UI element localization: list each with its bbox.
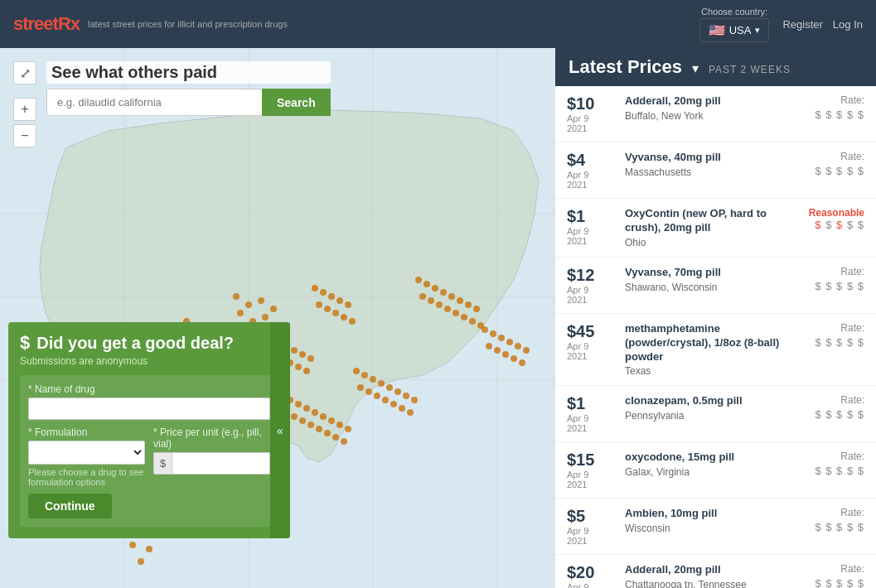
price-list-item[interactable]: $20 Apr 92021 Adderall, 20mg pill Chatta… — [555, 555, 876, 588]
map-dot[interactable] — [523, 347, 530, 354]
map-dot[interactable] — [486, 343, 492, 349]
map-dot[interactable] — [386, 384, 393, 391]
map-dot[interactable] — [457, 297, 463, 304]
map-dot[interactable] — [291, 413, 298, 420]
map-dot[interactable] — [349, 318, 356, 325]
zoom-out-button[interactable]: − — [13, 124, 36, 147]
price-list-item[interactable]: $45 Apr 92021 methamphetamine (powder/cr… — [555, 314, 876, 387]
map-dot[interactable] — [146, 546, 152, 552]
map-dot[interactable] — [357, 384, 364, 391]
map-dot[interactable] — [138, 558, 144, 565]
map-dot[interactable] — [262, 314, 269, 321]
map-dot[interactable] — [245, 301, 252, 308]
map-dot[interactable] — [399, 405, 405, 412]
map-dot[interactable] — [469, 318, 476, 325]
price-list-item[interactable]: $10 Apr 92021 Adderall, 20mg pill Buffal… — [555, 86, 876, 142]
map-dot[interactable] — [328, 293, 335, 300]
map-dot[interactable] — [299, 351, 306, 358]
login-link[interactable]: Log In — [833, 18, 863, 31]
map-dot[interactable] — [494, 347, 501, 354]
map-dot[interactable] — [465, 301, 472, 308]
map-dot[interactable] — [432, 285, 438, 292]
search-input[interactable] — [46, 89, 262, 116]
map-dot[interactable] — [436, 301, 443, 308]
map-dot[interactable] — [332, 434, 339, 441]
map-dot[interactable] — [316, 301, 322, 308]
map-dot[interactable] — [345, 426, 351, 432]
map-dot[interactable] — [324, 306, 331, 312]
map-dot[interactable] — [374, 393, 380, 399]
register-link[interactable]: Register — [782, 18, 822, 31]
map-dot[interactable] — [336, 422, 343, 428]
map-dot[interactable] — [482, 326, 488, 333]
map-dot[interactable] — [299, 417, 306, 424]
map-dot[interactable] — [312, 409, 318, 416]
map-dot[interactable] — [378, 380, 385, 387]
map-dot[interactable] — [502, 351, 509, 358]
map-dot[interactable] — [490, 330, 496, 337]
price-list-item[interactable]: $5 Apr 92021 Ambien, 10mg pill Wisconsin… — [555, 499, 876, 555]
map-dot[interactable] — [370, 376, 376, 383]
map-dot[interactable] — [336, 297, 343, 304]
map-dot[interactable] — [303, 368, 310, 374]
map-dot[interactable] — [353, 368, 360, 374]
drug-name-input[interactable] — [28, 398, 270, 420]
map-dot[interactable] — [473, 306, 480, 312]
map-dot[interactable] — [316, 426, 322, 432]
map-dot[interactable] — [415, 277, 422, 283]
logo[interactable]: streetRx — [13, 13, 80, 35]
map-dot[interactable] — [453, 310, 459, 316]
map-dot[interactable] — [403, 393, 409, 399]
map-dot[interactable] — [320, 289, 327, 296]
map-dot[interactable] — [324, 430, 331, 436]
map-dot[interactable] — [423, 281, 430, 287]
map-dot[interactable] — [320, 413, 327, 420]
map-dot[interactable] — [365, 388, 372, 395]
map-dot[interactable] — [407, 409, 414, 416]
map-dot[interactable] — [361, 372, 368, 378]
map-dot[interactable] — [419, 293, 426, 300]
price-list-item[interactable]: $15 Apr 92021 oxycodone, 15mg pill Galax… — [555, 442, 876, 499]
map-dot[interactable] — [411, 397, 418, 403]
map-dot[interactable] — [498, 335, 505, 341]
continue-button[interactable]: Continue — [28, 494, 112, 518]
map-dot[interactable] — [295, 364, 302, 370]
map-dot[interactable] — [506, 339, 513, 345]
map-dot[interactable] — [345, 301, 351, 308]
map-dot[interactable] — [328, 417, 335, 424]
map-dot[interactable] — [341, 438, 347, 445]
price-list-item[interactable]: $1 Apr 92021 clonazepam, 0.5mg pill Penn… — [555, 386, 876, 442]
map-dot[interactable] — [295, 401, 302, 407]
map-dot[interactable] — [428, 297, 434, 304]
map-dot[interactable] — [332, 310, 339, 316]
price-list-item[interactable]: $12 Apr 92021 Vyvanse, 70mg pill Shawano… — [555, 258, 876, 314]
map-dot[interactable] — [519, 359, 525, 366]
map-dot[interactable] — [270, 306, 277, 312]
map-dot[interactable] — [511, 355, 517, 362]
zoom-in-button[interactable]: + — [13, 98, 36, 121]
country-dropdown[interactable]: 🇺🇸 USA ▾ — [699, 18, 770, 42]
map-dot[interactable] — [390, 401, 397, 407]
map-dot[interactable] — [461, 314, 467, 321]
map-dot[interactable] — [233, 293, 240, 300]
map-dot[interactable] — [448, 293, 455, 300]
map-dot[interactable] — [237, 310, 244, 316]
map-dot[interactable] — [129, 542, 136, 548]
price-input[interactable] — [172, 452, 270, 475]
latest-prices-dropdown[interactable]: ▾ — [692, 60, 699, 76]
map-dot[interactable] — [312, 285, 318, 292]
price-list-item[interactable]: $1 Apr 92021 OxyContin (new OP, hard to … — [555, 199, 876, 258]
map-dot[interactable] — [303, 405, 310, 412]
map-dot[interactable] — [382, 397, 389, 403]
map-dot[interactable] — [341, 314, 347, 321]
map-dot[interactable] — [515, 343, 521, 349]
formulation-select[interactable] — [28, 441, 145, 465]
map-dot[interactable] — [394, 388, 401, 395]
price-list-item[interactable]: $4 Apr 92021 Vyvanse, 40mg pill Massachu… — [555, 142, 876, 199]
map-dot[interactable] — [291, 347, 298, 354]
map-dot[interactable] — [444, 306, 451, 312]
search-button[interactable]: Search — [262, 89, 331, 116]
deal-panel-toggle[interactable]: « — [270, 322, 290, 538]
map-dot[interactable] — [307, 422, 314, 428]
map-dot[interactable] — [307, 355, 314, 362]
